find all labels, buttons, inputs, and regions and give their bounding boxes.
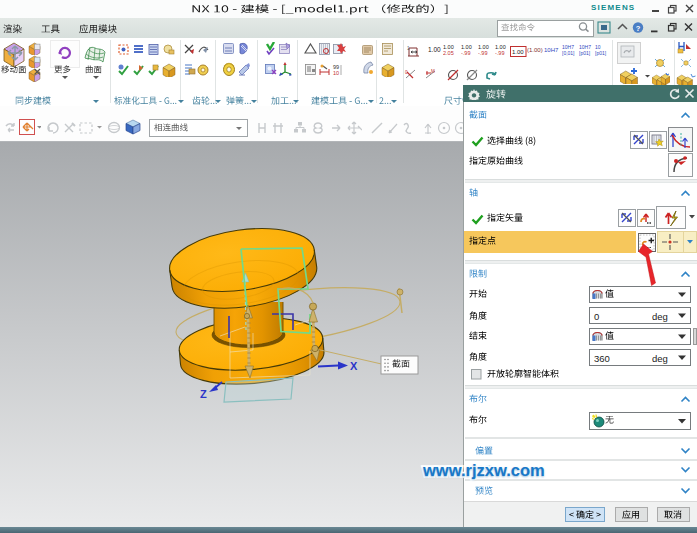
svg-text:10: 10 — [333, 70, 339, 76]
svg-text:deg: deg — [652, 353, 668, 364]
svg-text:[p01]: [p01] — [579, 50, 591, 56]
svg-text:deg: deg — [652, 311, 668, 322]
svg-text:M: M — [431, 69, 435, 74]
svg-text:360: 360 — [594, 353, 610, 364]
svg-text:[0,01]: [0,01] — [562, 50, 575, 56]
svg-text:X: X — [350, 360, 358, 372]
svg-text:1.00: 1.00 — [428, 47, 441, 53]
svg-text:[p01]: [p01] — [595, 50, 607, 56]
svg-text:-.99: -.99 — [461, 50, 470, 56]
svg-text:-.99: -.99 — [478, 50, 487, 56]
svg-text:2.05: 2.05 — [443, 50, 454, 56]
svg-text:?: ? — [636, 24, 641, 33]
svg-text:10H7: 10H7 — [544, 47, 559, 53]
svg-text:(1.00): (1.00) — [527, 47, 543, 53]
svg-text:-.99: -.99 — [495, 50, 504, 56]
svg-text:1.00: 1.00 — [512, 49, 524, 55]
svg-text:0: 0 — [594, 311, 599, 322]
svg-text:Z: Z — [200, 388, 207, 400]
